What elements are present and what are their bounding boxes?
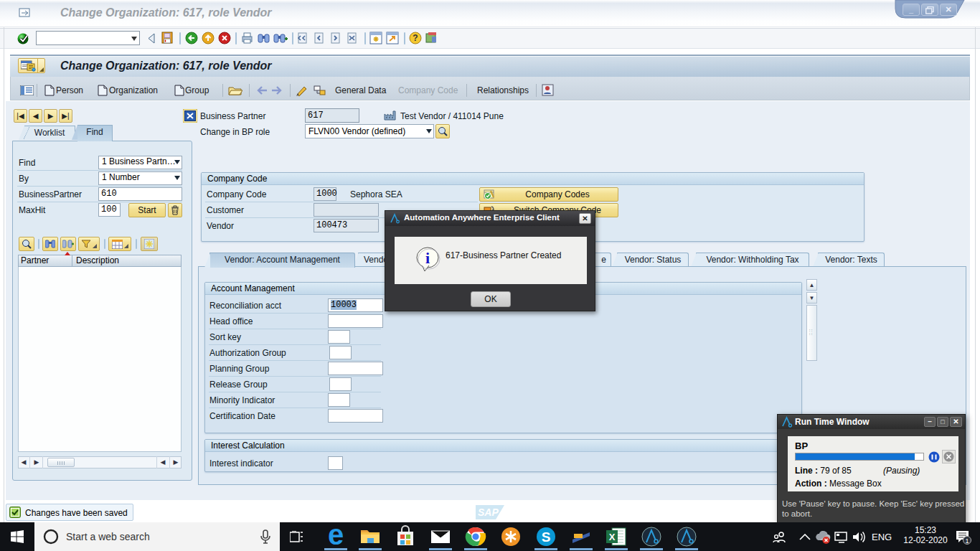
- svg-text:SAP: SAP: [478, 507, 499, 518]
- svg-text:S: S: [542, 529, 551, 545]
- svg-text:i: i: [425, 249, 430, 267]
- svg-text:X: X: [609, 532, 616, 542]
- svg-text:1: 1: [965, 537, 969, 545]
- svg-text:?: ?: [413, 33, 418, 43]
